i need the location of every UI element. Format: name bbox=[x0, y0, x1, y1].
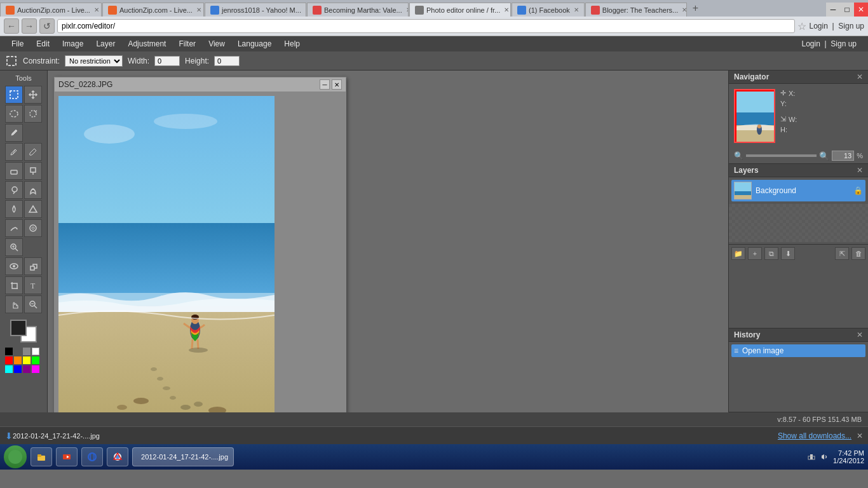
layer-item-background[interactable]: Background 🔒 bbox=[731, 180, 865, 201]
taskbar-chrome[interactable] bbox=[107, 447, 128, 466]
menu-help[interactable]: Help bbox=[278, 38, 306, 50]
preset-red[interactable] bbox=[5, 356, 13, 364]
smudge-tool[interactable] bbox=[5, 219, 23, 237]
layers-close-button[interactable]: ✕ bbox=[857, 166, 863, 175]
layer-resize-button[interactable]: ⇱ bbox=[835, 247, 849, 260]
bookmark-icon[interactable]: ☆ bbox=[797, 20, 806, 32]
height-input[interactable] bbox=[214, 56, 240, 66]
triangle-tool[interactable] bbox=[24, 200, 42, 218]
app-login-link[interactable]: Login bbox=[801, 39, 820, 48]
brush-tool[interactable] bbox=[24, 143, 42, 161]
signup-link[interactable]: Sign up bbox=[838, 22, 864, 30]
preset-white[interactable] bbox=[32, 348, 39, 355]
menu-view[interactable]: View bbox=[202, 38, 231, 50]
layer-new-button[interactable]: + bbox=[748, 247, 762, 260]
preset-black[interactable] bbox=[5, 348, 13, 355]
move-tool[interactable] bbox=[24, 86, 42, 104]
tab-3[interactable]: jenross1018 - Yahoo! M... ✕ bbox=[205, 3, 306, 17]
menu-language[interactable]: Language bbox=[231, 38, 278, 50]
tab-7-close[interactable]: ✕ bbox=[682, 6, 687, 13]
zoom-out-icon[interactable]: 🔍 bbox=[734, 151, 743, 160]
menu-layer[interactable]: Layer bbox=[90, 38, 121, 50]
tab-2-close[interactable]: ✕ bbox=[196, 6, 201, 13]
zoom-in-icon[interactable]: 🔍 bbox=[819, 151, 829, 161]
text-tool[interactable]: T bbox=[24, 276, 42, 294]
menu-edit[interactable]: Edit bbox=[30, 38, 56, 50]
tab-1[interactable]: AuctionZip.com - Live... ✕ bbox=[0, 3, 102, 17]
preset-green[interactable] bbox=[32, 356, 39, 364]
layer-duplicate-button[interactable]: ⧉ bbox=[764, 247, 778, 260]
eye-tool[interactable] bbox=[5, 257, 23, 275]
forward-button[interactable]: → bbox=[22, 18, 37, 34]
preset-magenta[interactable] bbox=[32, 365, 39, 373]
preset-darkgray[interactable] bbox=[14, 348, 22, 355]
layer-delete-button[interactable]: 🗑 bbox=[851, 247, 865, 260]
history-close-button[interactable]: ✕ bbox=[857, 330, 863, 339]
preset-gray[interactable] bbox=[23, 348, 31, 355]
history-item-open[interactable]: ≡ Open image bbox=[731, 344, 865, 357]
preset-blue[interactable] bbox=[14, 365, 22, 373]
menu-file[interactable]: File bbox=[5, 38, 30, 50]
taskbar-editor-button[interactable]: 2012-01-24_17-21-42-....jpg bbox=[132, 447, 234, 466]
eraser-tool[interactable] bbox=[5, 162, 23, 180]
sponge-tool[interactable] bbox=[24, 219, 42, 237]
tab-4-close[interactable]: ✕ bbox=[406, 6, 409, 13]
menu-filter[interactable]: Filter bbox=[172, 38, 202, 50]
foreground-color-swatch[interactable] bbox=[10, 320, 27, 336]
zoom-input[interactable] bbox=[832, 151, 854, 161]
preset-orange[interactable] bbox=[14, 356, 22, 364]
zoom-slider[interactable] bbox=[746, 154, 817, 157]
dodge-tool[interactable] bbox=[5, 181, 23, 199]
zoom-tool[interactable] bbox=[24, 295, 42, 313]
taskbar-ie[interactable] bbox=[81, 447, 103, 466]
tab-5-close[interactable]: ✕ bbox=[504, 6, 509, 13]
crop-tool[interactable] bbox=[5, 276, 23, 294]
width-input[interactable] bbox=[154, 56, 180, 66]
tab-6-close[interactable]: ✕ bbox=[574, 6, 579, 13]
eyedropper-tool[interactable] bbox=[5, 124, 23, 142]
layer-merge-button[interactable]: ⬇ bbox=[781, 247, 795, 260]
lasso-tool[interactable] bbox=[5, 105, 23, 123]
burn-tool[interactable] bbox=[24, 181, 42, 199]
menu-adjustment[interactable]: Adjustment bbox=[121, 38, 172, 50]
zoom-in-tool[interactable] bbox=[5, 238, 23, 256]
water-tool[interactable] bbox=[5, 200, 23, 218]
tab-2[interactable]: AuctionZip.com - Live... ✕ bbox=[102, 3, 204, 17]
minimize-button[interactable]: ─ bbox=[826, 3, 840, 17]
login-link[interactable]: Login bbox=[809, 22, 827, 30]
url-input[interactable] bbox=[57, 19, 795, 33]
show-all-downloads-link[interactable]: Show all downloads... bbox=[778, 431, 851, 440]
navigator-close-button[interactable]: ✕ bbox=[857, 72, 863, 81]
marquee-tool[interactable] bbox=[5, 86, 23, 104]
tab-5[interactable]: Photo editor online / fr... ✕ bbox=[409, 3, 511, 17]
maximize-button[interactable]: □ bbox=[840, 3, 854, 17]
canvas-close-button[interactable]: ✕ bbox=[332, 79, 342, 90]
paint-bucket-tool[interactable] bbox=[24, 162, 42, 180]
layer-new-group-button[interactable]: 📁 bbox=[731, 247, 745, 260]
download-filename[interactable]: 2012-01-24_17-21-42-....jpg bbox=[13, 432, 100, 440]
taskbar-file-manager[interactable] bbox=[31, 447, 52, 466]
close-button[interactable]: ✕ bbox=[854, 3, 868, 17]
canvas-minimize-button[interactable]: ─ bbox=[320, 79, 330, 90]
tab-4[interactable]: Becoming Martha: Vale... ✕ bbox=[307, 3, 409, 17]
download-bar-close-button[interactable]: ✕ bbox=[857, 431, 863, 440]
start-button[interactable] bbox=[4, 445, 27, 468]
hand-tool[interactable] bbox=[5, 295, 23, 313]
preset-cyan[interactable] bbox=[5, 365, 13, 373]
constraint-select[interactable]: No restriction bbox=[65, 55, 123, 67]
taskbar-media[interactable] bbox=[56, 447, 78, 466]
app-signup-link[interactable]: Sign up bbox=[831, 39, 857, 48]
tab-3-close[interactable]: ✕ bbox=[305, 6, 306, 13]
new-tab-button[interactable]: + bbox=[688, 0, 703, 17]
preset-purple[interactable] bbox=[23, 365, 31, 373]
quick-select-tool[interactable] bbox=[24, 105, 42, 123]
menu-image[interactable]: Image bbox=[56, 38, 90, 50]
tab-6[interactable]: (1) Facebook ✕ bbox=[512, 3, 585, 17]
pencil-tool[interactable] bbox=[5, 143, 23, 161]
clone-tool[interactable] bbox=[24, 257, 42, 275]
tab-7[interactable]: Blogger: The Teachers... ✕ bbox=[585, 3, 687, 17]
reload-button[interactable]: ↺ bbox=[39, 18, 55, 34]
tab-1-close[interactable]: ✕ bbox=[94, 6, 99, 13]
back-button[interactable]: ← bbox=[4, 18, 19, 34]
preset-yellow[interactable] bbox=[23, 356, 31, 364]
